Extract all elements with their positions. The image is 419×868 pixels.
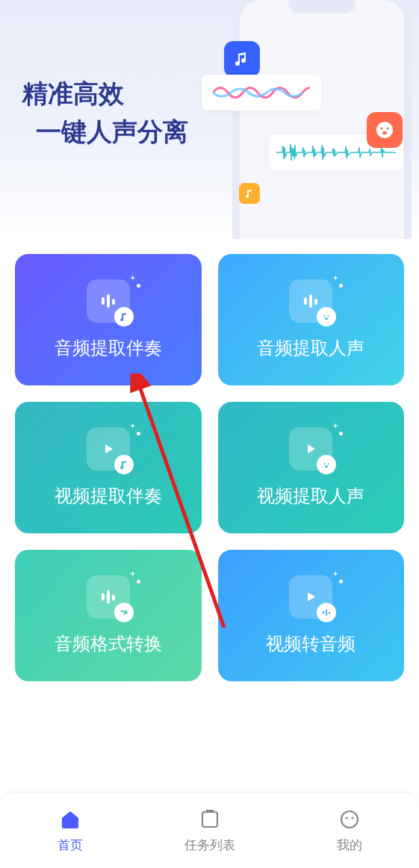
card-video-to-audio[interactable]: 视频转音频 xyxy=(218,550,405,681)
hero-line1: 精准高效 xyxy=(22,79,124,108)
video-play-icon xyxy=(87,427,130,471)
card-label: 视频提取伴奏 xyxy=(55,484,162,508)
tasks-icon xyxy=(197,807,223,832)
svg-point-10 xyxy=(321,311,332,322)
waveform-colorful xyxy=(202,75,321,111)
audio-bars-icon xyxy=(289,279,332,323)
card-label: 视频提取人声 xyxy=(257,484,364,508)
svg-point-17 xyxy=(325,465,328,468)
nav-label: 任务列表 xyxy=(184,837,235,854)
face-badge-icon xyxy=(317,455,336,474)
svg-point-1 xyxy=(380,127,382,129)
svg-point-27 xyxy=(351,817,353,819)
music-note-icon xyxy=(224,41,260,77)
card-label: 视频转音频 xyxy=(266,632,356,656)
svg-rect-19 xyxy=(107,590,110,604)
feature-grid: 音频提取伴奏 音频提取人声 视频提取伴奏 视频提取人声 xyxy=(0,254,419,681)
hero-title: 精准高效 一键人声分离 xyxy=(22,75,188,151)
svg-rect-22 xyxy=(326,610,327,616)
hero-line2: 一键人声分离 xyxy=(36,113,188,151)
svg-rect-18 xyxy=(102,593,105,601)
card-audio-format-convert[interactable]: 音频格式转换 xyxy=(15,550,202,681)
svg-point-14 xyxy=(321,459,332,470)
audio-bars-icon xyxy=(87,575,130,619)
svg-rect-9 xyxy=(314,299,317,305)
card-video-extract-vocal[interactable]: 视频提取人声 xyxy=(218,402,405,533)
svg-point-15 xyxy=(324,463,326,465)
svg-rect-4 xyxy=(102,297,105,305)
svg-point-26 xyxy=(345,817,347,819)
nav-label: 首页 xyxy=(58,837,83,854)
svg-point-13 xyxy=(325,317,328,320)
svg-point-11 xyxy=(324,315,326,317)
convert-badge-icon xyxy=(114,603,134,622)
svg-point-16 xyxy=(328,463,329,465)
svg-rect-23 xyxy=(329,612,330,614)
audio-bars-badge-icon xyxy=(317,603,336,622)
music-note-badge-icon xyxy=(114,455,134,474)
card-video-extract-accompaniment[interactable]: 视频提取伴奏 xyxy=(15,402,202,533)
card-label: 音频格式转换 xyxy=(55,632,162,656)
svg-point-0 xyxy=(376,122,393,138)
svg-point-2 xyxy=(386,127,388,129)
card-label: 音频提取伴奏 xyxy=(55,336,162,360)
card-audio-extract-vocal[interactable]: 音频提取人声 xyxy=(218,254,405,385)
hero-banner: 精准高效 一键人声分离 xyxy=(0,0,419,239)
svg-rect-7 xyxy=(304,297,307,305)
music-note-badge-icon xyxy=(114,307,134,326)
bottom-nav: 首页 任务列表 我的 xyxy=(0,792,419,868)
svg-point-25 xyxy=(341,811,358,828)
nav-profile[interactable]: 我的 xyxy=(279,793,419,868)
svg-rect-20 xyxy=(112,595,115,601)
svg-rect-8 xyxy=(309,294,312,308)
card-label: 音频提取人声 xyxy=(257,336,364,360)
face-icon xyxy=(367,112,403,148)
face-badge-icon xyxy=(317,307,336,326)
card-audio-extract-accompaniment[interactable]: 音频提取伴奏 xyxy=(15,254,202,385)
svg-rect-6 xyxy=(112,299,115,305)
svg-point-12 xyxy=(328,315,329,317)
svg-point-3 xyxy=(382,131,387,134)
audio-bars-icon xyxy=(87,279,130,323)
home-icon xyxy=(58,807,83,832)
nav-label: 我的 xyxy=(337,837,362,854)
small-note-icon xyxy=(239,183,260,204)
nav-home[interactable]: 首页 xyxy=(0,793,140,868)
profile-icon xyxy=(337,807,362,832)
svg-rect-21 xyxy=(323,611,324,614)
video-play-icon xyxy=(289,427,332,471)
nav-tasks[interactable]: 任务列表 xyxy=(140,793,279,868)
video-play-icon xyxy=(289,575,332,619)
svg-rect-5 xyxy=(107,294,110,308)
phone-notch xyxy=(288,0,356,13)
